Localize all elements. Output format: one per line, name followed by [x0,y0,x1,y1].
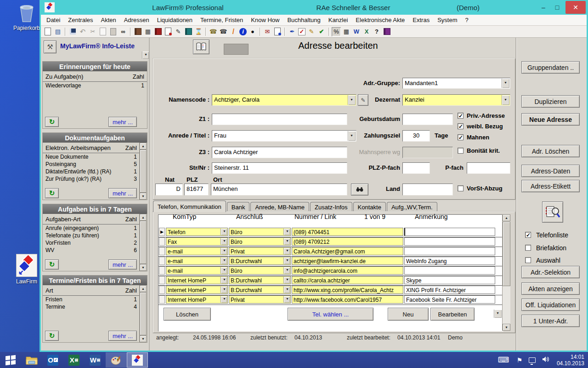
land-input[interactable] [402,184,453,196]
save-icon[interactable] [68,27,77,36]
unter-adr-button[interactable]: 1 Unter-Adr. [521,315,580,327]
taskbar-clock[interactable]: 14:01 04.10.2013 [557,354,584,367]
refresh-icon[interactable]: ↻ [45,117,59,127]
sidebar-collapse-arrow[interactable] [142,52,149,59]
list-item[interactable]: Posteingang5 [43,161,140,168]
gruppendaten-button[interactable]: Gruppendaten .. [521,61,580,74]
ort-input[interactable]: München [211,184,347,196]
table-row[interactable]: Internet HomeP Privat http://www.faceboo… [158,295,502,305]
minimize-button[interactable]: – [537,1,550,14]
table-columns-icon[interactable]: ▦ [143,27,153,36]
keyboard-tray-icon[interactable]: ⌨ [498,355,509,365]
list-item[interactable]: Neue Dokumente1 [43,153,140,161]
vorst-abzug-checkbox[interactable] [458,185,464,191]
table-row[interactable]: Fax Büro (089) 4709212 [158,237,502,247]
approve-checks-icon[interactable]: ✔ [317,27,326,36]
tab-bank[interactable]: Bank [227,202,250,212]
neu-button[interactable]: Neu [388,308,429,321]
adress-suche-button[interactable] [542,201,563,223]
copy-icon[interactable] [98,27,107,36]
adr-selektion-button[interactable]: Adr.-Selektion [521,266,580,278]
table-row[interactable]: e-mail Privat Carola.Achtziger@gmail.com [158,247,502,257]
adr-gruppe-select[interactable]: Mandanten1 [402,78,510,89]
cut-icon[interactable]: ✂ [88,27,97,36]
loeschen-button[interactable]: Löschen [164,308,211,321]
more-button[interactable]: mehr ... [108,117,137,127]
tel-waehlen-button[interactable]: Tel. wählen ... [288,308,373,321]
table-row[interactable]: Internet HomeP B:Durchwahl callto://caro… [158,276,502,286]
table-row[interactable]: Internet HomeP B:Durchwahl http://www.xi… [158,285,502,295]
word-export-icon[interactable]: W [352,27,361,36]
list-item[interactable]: Telefonate (zu führen)1 [43,232,140,239]
list-item[interactable]: Zur Prüfung (ok?) (RA)3 [43,175,140,183]
dropdown-arrow-icon[interactable] [502,79,509,88]
phone-directory-icon[interactable] [153,27,163,36]
info-icon[interactable]: i [239,28,247,35]
volume-icon[interactable] [542,356,549,364]
more-button[interactable]: mehr ... [108,331,137,341]
bearbeiten-button[interactable]: Bearbeiten [430,308,475,321]
menu-extras[interactable]: Extras [413,17,430,23]
weibl-bezug-checkbox[interactable] [458,123,464,129]
table-row[interactable]: e-mail Büro info@achtzigercarola.com [158,266,502,276]
dropdown-arrow-icon[interactable] [283,229,290,235]
taskbar-excel[interactable]: X▤ [63,352,85,368]
grid-scrollbar[interactable]: ▲▼ [502,214,510,331]
pfach-input[interactable] [467,162,510,174]
priv-adresse-checkbox[interactable] [458,113,464,119]
tab-kontakte[interactable]: Kontakte [353,202,386,212]
more-button[interactable]: mehr ... [108,259,137,270]
anrede-select[interactable]: Frau [212,130,356,142]
menu-system[interactable]: System [437,17,457,23]
refresh-icon[interactable]: ↻ [45,331,59,341]
list-item[interactable]: Fristen1 [43,296,140,303]
neue-adresse-button[interactable]: Neue Adresse [521,113,580,126]
list-item[interactable]: Diktate/Entwürfe (lfd.) (RA)1 [43,168,140,175]
close-button[interactable]: ✕ [565,1,586,14]
list-item[interactable]: Anrufe (eingegangen)1 [43,224,140,232]
auswahl-checkbox[interactable] [525,257,531,263]
namenscode-select[interactable]: Achtziger, Carola [212,94,356,106]
bomb-icon[interactable]: ● [248,27,257,36]
menu-elektronische-akte[interactable]: Elektronische Akte [356,17,405,23]
menu-know-how[interactable]: Know How [251,17,279,23]
taskbar-lawfirm-active[interactable] [127,352,148,368]
refresh-icon[interactable]: ↻ [45,188,59,198]
new-document-icon[interactable] [43,27,52,36]
undo-icon[interactable]: ↶ [78,27,87,36]
duplizieren-button[interactable]: Duplizieren [521,95,580,108]
form-view-icon[interactable]: ▤ [53,27,62,36]
address-book-icon[interactable] [133,27,142,36]
desktop-icon-lawfirm[interactable]: LawFirm [9,254,44,285]
telefonliste-checkbox[interactable] [525,232,531,238]
message-envelope-icon[interactable]: ✉ [263,27,272,36]
briefaktion-checkbox[interactable] [525,245,531,251]
more-button[interactable]: mehr ... [108,188,137,198]
menu-hilfe[interactable]: ? [465,17,469,23]
task-check-icon[interactable]: ✓ [298,28,305,35]
start-button[interactable] [0,353,21,367]
z3-input[interactable]: Carola Achtziger [212,147,347,158]
document-search-icon[interactable] [273,27,282,36]
adress-daten-button[interactable]: Adress-Daten [521,165,580,177]
search-binoculars-icon[interactable]: ∞ [119,27,128,36]
manual-book-icon[interactable] [382,27,391,36]
menu-termine-fristen[interactable]: Termine, Fristen [200,17,243,23]
signature-pen-icon[interactable]: ✒ [288,27,297,36]
list-item[interactable]: Termine4 [43,303,140,310]
panel-scrollbar[interactable]: ▲▼ [139,214,147,271]
menu-liquidationen[interactable]: Liquidationen [157,17,192,23]
geburtsdatum-input[interactable] [402,114,453,125]
menu-datei[interactable]: Datei [46,17,60,23]
plz-pfach-input[interactable] [402,162,430,174]
document-clock-icon[interactable] [164,27,173,36]
phone-dial-icon[interactable]: ☎ [219,27,228,36]
tab-telefon-kommunikation[interactable]: Telefon, Kommunikation [153,201,226,212]
panel-scrollbar[interactable]: ▲▼ [139,285,147,342]
menu-buchhaltung[interactable]: Buchhaltung [287,17,320,23]
network-icon[interactable] [529,357,536,363]
excel-export-icon[interactable]: X [362,27,371,36]
z1-input[interactable] [212,114,347,125]
notes-edit-icon[interactable]: ✎ [307,27,316,36]
panel-scrollbar[interactable]: ▲▼ [139,143,147,200]
